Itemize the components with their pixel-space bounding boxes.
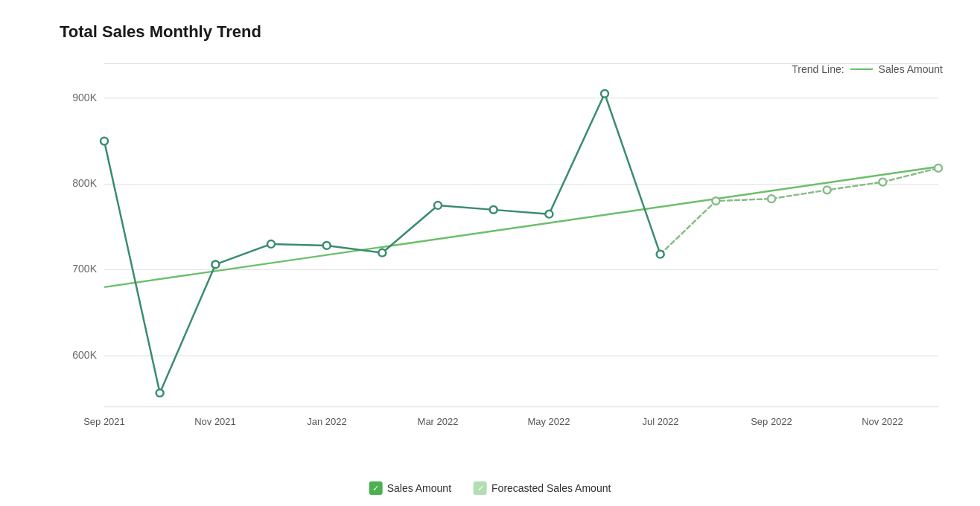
x-label-nov2021: Nov 2021 [194, 416, 236, 427]
trend-line [104, 167, 938, 287]
x-label-nov2022: Nov 2022 [862, 416, 903, 427]
trend-line-legend: Trend Line: Sales Amount [792, 63, 943, 75]
dot-1 [156, 389, 164, 397]
legend-forecast-amount: ✓ Forecasted Sales Amount [474, 481, 611, 495]
y-label-900k: 900K [72, 92, 97, 103]
x-label-jul2022: Jul 2022 [642, 416, 678, 427]
dot-3 [267, 240, 275, 248]
legend-sales-label: Sales Amount [387, 482, 451, 494]
dot-4 [323, 242, 331, 249]
forecast-line [661, 168, 938, 254]
dot-11 [712, 197, 719, 205]
x-label-sep2021: Sep 2021 [83, 416, 125, 427]
dot-7 [490, 206, 497, 214]
dot-8 [545, 211, 553, 218]
dot-15 [935, 164, 942, 172]
sales-line [104, 94, 661, 393]
dot-9 [601, 90, 608, 97]
x-label-mar2022: Mar 2022 [418, 416, 459, 427]
dot-13 [824, 186, 831, 193]
dot-10 [657, 251, 664, 258]
y-label-700k: 700K [72, 263, 97, 275]
dot-12 [768, 195, 775, 202]
x-label-jan2022: Jan 2022 [307, 416, 346, 427]
legend-forecast-label: Forecasted Sales Amount [491, 482, 611, 494]
x-label-may2022: May 2022 [527, 416, 570, 427]
legend-checkbox-sales: ✓ [369, 481, 383, 495]
chart-legend: ✓ Sales Amount ✓ Forecasted Sales Amount [369, 481, 611, 495]
dot-14 [879, 179, 886, 186]
chart-title: Total Sales Monthly Trend [60, 22, 950, 42]
dot-5 [378, 249, 386, 257]
dot-6 [434, 202, 442, 209]
legend-sales-amount: ✓ Sales Amount [369, 481, 451, 495]
y-label-800k: 800K [72, 178, 97, 190]
chart-container: Total Sales Monthly Trend Trend Line: Sa… [0, 0, 980, 506]
y-label-600k: 600K [72, 349, 97, 361]
trend-line-series: Sales Amount [879, 63, 943, 75]
trend-line-sample [850, 68, 873, 70]
x-label-sep2022: Sep 2022 [751, 416, 792, 427]
dot-0 [101, 138, 108, 145]
chart-svg: 900K 800K 700K 600K Sep 2021 Nov 2021 Ja… [60, 49, 950, 436]
legend-checkbox-forecast: ✓ [474, 481, 487, 495]
trend-line-label: Trend Line: [792, 63, 844, 75]
dot-2 [211, 261, 219, 269]
